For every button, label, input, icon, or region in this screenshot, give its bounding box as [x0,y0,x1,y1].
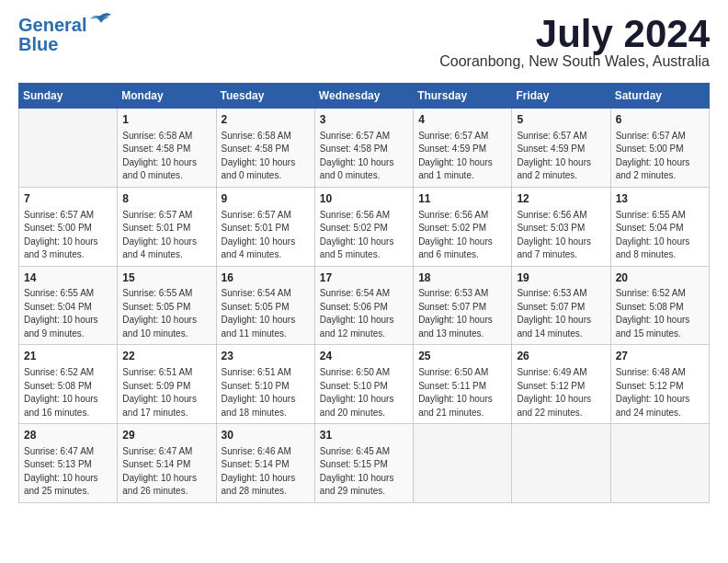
calendar-cell: 28Sunrise: 6:47 AMSunset: 5:13 PMDayligh… [19,424,118,503]
calendar-cell: 2Sunrise: 6:58 AMSunset: 4:58 PMDaylight… [216,109,314,188]
calendar-cell: 1Sunrise: 6:58 AMSunset: 4:58 PMDaylight… [118,109,216,188]
calendar-cell: 14Sunrise: 6:55 AMSunset: 5:04 PMDayligh… [19,266,118,345]
day-info: Sunrise: 6:54 AMSunset: 5:05 PMDaylight:… [222,287,310,340]
calendar-cell: 26Sunrise: 6:49 AMSunset: 5:12 PMDayligh… [512,345,610,424]
day-number: 19 [517,270,605,286]
day-number: 11 [418,191,506,207]
day-number: 18 [418,270,506,286]
day-number: 14 [24,270,112,286]
calendar-header: SundayMondayTuesdayWednesdayThursdayFrid… [19,84,710,109]
calendar-week-2: 7Sunrise: 6:57 AMSunset: 5:00 PMDaylight… [19,187,710,266]
calendar-cell: 24Sunrise: 6:50 AMSunset: 5:10 PMDayligh… [314,345,413,424]
calendar-cell: 27Sunrise: 6:48 AMSunset: 5:12 PMDayligh… [610,345,709,424]
calendar-cell: 7Sunrise: 6:57 AMSunset: 5:00 PMDaylight… [19,187,118,266]
day-info: Sunrise: 6:47 AMSunset: 5:14 PMDaylight:… [122,445,210,499]
day-number: 30 [222,428,310,443]
day-number: 28 [24,428,112,443]
calendar-cell: 22Sunrise: 6:51 AMSunset: 5:09 PMDayligh… [118,345,216,424]
day-info: Sunrise: 6:51 AMSunset: 5:09 PMDaylight:… [122,366,210,419]
day-number: 13 [616,191,704,207]
calendar-cell: 12Sunrise: 6:56 AMSunset: 5:03 PMDayligh… [512,187,610,266]
day-info: Sunrise: 6:45 AMSunset: 5:15 PMDaylight:… [320,445,408,499]
day-info: Sunrise: 6:52 AMSunset: 5:08 PMDaylight:… [616,287,704,340]
day-info: Sunrise: 6:57 AMSunset: 4:59 PMDaylight:… [418,130,506,183]
day-number: 4 [418,112,506,128]
header-friday: Friday [512,84,610,109]
day-info: Sunrise: 6:56 AMSunset: 5:03 PMDaylight:… [517,209,605,262]
calendar-cell: 20Sunrise: 6:52 AMSunset: 5:08 PMDayligh… [610,266,709,345]
day-info: Sunrise: 6:55 AMSunset: 5:04 PMDaylight:… [24,287,112,340]
page-header: General Blue July 2024 Cooranbong, New S… [18,15,710,79]
calendar-cell: 11Sunrise: 6:56 AMSunset: 5:02 PMDayligh… [414,187,512,266]
calendar-cell: 17Sunrise: 6:54 AMSunset: 5:06 PMDayligh… [314,266,413,345]
day-number: 8 [122,191,210,207]
day-number: 23 [222,349,310,364]
day-info: Sunrise: 6:53 AMSunset: 5:07 PMDaylight:… [517,287,605,340]
day-number: 3 [320,112,408,128]
day-number: 25 [418,349,506,364]
calendar-cell [610,424,709,503]
day-info: Sunrise: 6:51 AMSunset: 5:10 PMDaylight:… [222,366,310,419]
calendar-cell: 10Sunrise: 6:56 AMSunset: 5:02 PMDayligh… [314,187,413,266]
day-info: Sunrise: 6:50 AMSunset: 5:10 PMDaylight:… [320,366,408,419]
day-info: Sunrise: 6:57 AMSunset: 4:59 PMDaylight:… [517,130,605,183]
calendar-cell: 21Sunrise: 6:52 AMSunset: 5:08 PMDayligh… [19,345,118,424]
day-number: 16 [222,270,310,286]
calendar-cell: 9Sunrise: 6:57 AMSunset: 5:01 PMDaylight… [216,187,314,266]
month-title: July 2024 [439,15,710,53]
calendar-cell: 8Sunrise: 6:57 AMSunset: 5:01 PMDaylight… [118,187,216,266]
day-info: Sunrise: 6:48 AMSunset: 5:12 PMDaylight:… [616,366,704,419]
calendar-cell: 18Sunrise: 6:53 AMSunset: 5:07 PMDayligh… [414,266,512,345]
calendar-week-3: 14Sunrise: 6:55 AMSunset: 5:04 PMDayligh… [19,266,710,345]
day-number: 15 [122,270,210,286]
day-info: Sunrise: 6:53 AMSunset: 5:07 PMDaylight:… [418,287,506,340]
day-number: 26 [517,349,605,364]
day-info: Sunrise: 6:58 AMSunset: 4:58 PMDaylight:… [222,130,310,183]
day-info: Sunrise: 6:46 AMSunset: 5:14 PMDaylight:… [222,445,310,499]
day-info: Sunrise: 6:55 AMSunset: 5:04 PMDaylight:… [616,209,704,262]
day-number: 29 [122,428,210,443]
calendar-week-1: 1Sunrise: 6:58 AMSunset: 4:58 PMDaylight… [19,109,710,188]
calendar-cell: 25Sunrise: 6:50 AMSunset: 5:11 PMDayligh… [414,345,512,424]
header-tuesday: Tuesday [216,84,314,109]
calendar-table: SundayMondayTuesdayWednesdayThursdayFrid… [18,83,710,503]
day-number: 9 [222,191,310,207]
day-info: Sunrise: 6:57 AMSunset: 5:01 PMDaylight:… [222,209,310,262]
logo: General Blue [18,15,112,55]
day-number: 2 [222,112,310,128]
day-number: 6 [616,112,704,128]
day-info: Sunrise: 6:56 AMSunset: 5:02 PMDaylight:… [320,209,408,262]
header-monday: Monday [118,84,216,109]
calendar-cell: 5Sunrise: 6:57 AMSunset: 4:59 PMDaylight… [512,109,610,188]
day-info: Sunrise: 6:57 AMSunset: 5:01 PMDaylight:… [122,209,210,262]
calendar-cell: 19Sunrise: 6:53 AMSunset: 5:07 PMDayligh… [512,266,610,345]
day-info: Sunrise: 6:54 AMSunset: 5:06 PMDaylight:… [320,287,408,340]
title-block: July 2024 Cooranbong, New South Wales, A… [439,15,710,79]
calendar-cell: 16Sunrise: 6:54 AMSunset: 5:05 PMDayligh… [216,266,314,345]
day-number: 7 [24,191,112,207]
day-info: Sunrise: 6:50 AMSunset: 5:11 PMDaylight:… [418,366,506,419]
day-number: 24 [320,349,408,364]
day-info: Sunrise: 6:57 AMSunset: 4:58 PMDaylight:… [320,130,408,183]
calendar-cell: 29Sunrise: 6:47 AMSunset: 5:14 PMDayligh… [118,424,216,503]
calendar-cell: 15Sunrise: 6:55 AMSunset: 5:05 PMDayligh… [118,266,216,345]
day-info: Sunrise: 6:56 AMSunset: 5:02 PMDaylight:… [418,209,506,262]
calendar-cell: 30Sunrise: 6:46 AMSunset: 5:14 PMDayligh… [216,424,314,503]
day-info: Sunrise: 6:52 AMSunset: 5:08 PMDaylight:… [24,366,112,419]
calendar-cell: 23Sunrise: 6:51 AMSunset: 5:10 PMDayligh… [216,345,314,424]
day-number: 10 [320,191,408,207]
calendar-cell: 4Sunrise: 6:57 AMSunset: 4:59 PMDaylight… [414,109,512,188]
logo-bird-icon [88,12,112,36]
header-sunday: Sunday [19,84,118,109]
calendar-cell [414,424,512,503]
header-thursday: Thursday [414,84,512,109]
day-info: Sunrise: 6:58 AMSunset: 4:58 PMDaylight:… [122,130,210,183]
day-number: 21 [24,349,112,364]
calendar-cell [19,109,118,188]
header-wednesday: Wednesday [314,84,413,109]
day-number: 1 [122,112,210,128]
logo-blue-text: Blue [18,34,58,54]
calendar-cell: 13Sunrise: 6:55 AMSunset: 5:04 PMDayligh… [610,187,709,266]
calendar-week-5: 28Sunrise: 6:47 AMSunset: 5:13 PMDayligh… [19,424,710,503]
day-number: 5 [517,112,605,128]
